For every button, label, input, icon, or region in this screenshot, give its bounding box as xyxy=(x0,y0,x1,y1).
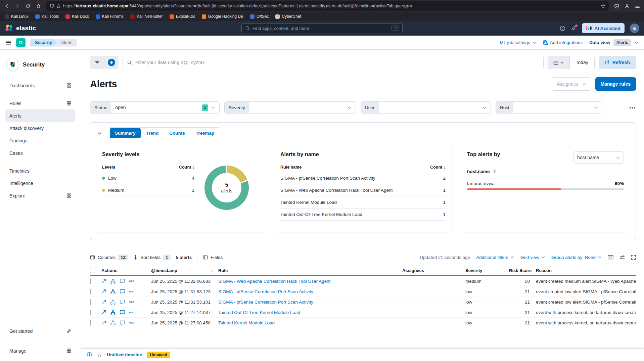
alert-rule-link[interactable]: SIGMA - Web Apache Correlation Hack Tool… xyxy=(218,279,402,284)
sidebar-item-alerts[interactable]: Alerts xyxy=(5,109,75,122)
expand-alert-icon[interactable] xyxy=(101,279,106,283)
select-all-checkbox[interactable] xyxy=(90,268,95,273)
ml-job-settings-button[interactable]: ML job settings xyxy=(500,40,536,45)
row-checkbox[interactable] xyxy=(90,289,91,295)
sidebar-item-get-started[interactable]: Get started xyxy=(5,325,75,337)
fields-button[interactable]: Fields xyxy=(203,255,223,260)
back-icon[interactable] xyxy=(4,3,9,9)
sidebar-item-rules[interactable]: Rules xyxy=(5,97,75,109)
severity-row-medium[interactable]: Medium 1 xyxy=(102,184,194,196)
count-column-header[interactable]: Count ↓ xyxy=(430,165,446,170)
alert-reason[interactable]: event created medium alert SIGMA - Web A… xyxy=(536,279,636,284)
space-badge[interactable]: D xyxy=(16,38,26,47)
manage-rules-button[interactable]: Manage rules xyxy=(595,77,636,91)
row-checkbox[interactable] xyxy=(90,278,91,284)
more-actions-icon[interactable] xyxy=(129,312,134,313)
bookmark-cyberchef[interactable]: CyberChef xyxy=(275,14,301,19)
nav-menu-icon[interactable] xyxy=(5,40,11,46)
host-filter[interactable]: Host xyxy=(496,101,602,114)
more-actions-icon[interactable] xyxy=(129,280,134,282)
session-view-icon[interactable] xyxy=(120,279,125,283)
saved-queries-icon[interactable] xyxy=(90,56,104,69)
analyzer-icon[interactable] xyxy=(110,300,116,305)
alerts-by-name-row[interactable]: Tainted Kernel Module Load1 xyxy=(280,196,446,209)
row-checkbox[interactable] xyxy=(90,310,91,315)
bookmark-exploit-db[interactable]: Exploit-DB xyxy=(170,14,195,19)
date-quick-select[interactable] xyxy=(548,56,569,69)
assignees-column-header[interactable]: Assignees xyxy=(402,266,465,275)
bookmark-kali-docs[interactable]: Kali Docs xyxy=(65,14,89,19)
sidebar-item-manage[interactable]: Manage xyxy=(5,345,75,357)
grid-view-button[interactable]: Grid view xyxy=(520,255,545,260)
status-filter[interactable]: Status open 1 xyxy=(90,101,220,114)
rule-column-header[interactable]: Rule xyxy=(218,266,402,275)
severity-donut-chart[interactable]: 5 alerts xyxy=(204,166,249,210)
home-icon[interactable] xyxy=(36,4,41,9)
timeline-title-link[interactable]: Untitled timeline xyxy=(107,352,142,357)
session-view-icon[interactable] xyxy=(120,300,125,304)
sidebar-item-explore[interactable]: Explore xyxy=(5,189,75,202)
analyzer-icon[interactable] xyxy=(110,279,116,284)
tab-trend[interactable]: Trend xyxy=(141,128,164,138)
user-filter[interactable]: User xyxy=(361,101,491,114)
add-integrations-button[interactable]: Add integrations xyxy=(543,40,583,45)
bookmark-kali-forums[interactable]: Kali Forums xyxy=(96,14,124,19)
reload-icon[interactable] xyxy=(26,4,31,9)
breadcrumb-security[interactable]: Security xyxy=(30,39,57,47)
newsfeed-icon[interactable] xyxy=(571,26,577,31)
sidebar-item-cases[interactable]: Cases xyxy=(5,147,75,159)
menu-icon[interactable] xyxy=(635,4,640,9)
alert-reason[interactable]: event with process kernel, on tartarus-d… xyxy=(536,320,636,325)
expand-alert-icon[interactable] xyxy=(101,310,106,315)
lock-icon[interactable] xyxy=(57,4,60,8)
alerts-by-name-row[interactable]: Tainted Out-Of-Tree Kernel Module Load1 xyxy=(280,209,446,221)
keyboard-shortcuts-icon[interactable] xyxy=(608,255,613,260)
levels-column-header[interactable]: Levels xyxy=(102,165,115,170)
more-actions-icon[interactable] xyxy=(129,291,134,292)
top-alerts-field-select[interactable]: host.name xyxy=(573,151,624,164)
columns-button[interactable]: Columns 12 xyxy=(90,255,128,260)
elastic-logo[interactable]: elastic xyxy=(5,24,105,33)
collapse-chevron-icon[interactable] xyxy=(96,131,103,136)
alert-rule-link[interactable]: Tainted Out-Of-Tree Kernel Module Load xyxy=(218,310,402,315)
sidebar-item-intelligence[interactable]: Intelligence xyxy=(5,177,75,189)
tracking-shield-icon[interactable] xyxy=(50,4,54,8)
bookmark-star-icon[interactable] xyxy=(601,4,605,8)
top-alerts-row[interactable]: tartarus-dvwa 60% xyxy=(467,181,624,186)
filter-options-icon[interactable]: ••• xyxy=(629,105,636,110)
bookmark-offsec[interactable]: OffSec xyxy=(250,14,269,19)
tab-counts[interactable]: Counts xyxy=(164,128,190,138)
additional-filters-button[interactable]: Additional filters xyxy=(476,255,514,260)
severity-row-low[interactable]: Low 4 xyxy=(102,172,194,184)
date-range-value[interactable]: Today xyxy=(569,56,594,69)
help-icon[interactable]: ? xyxy=(560,26,565,31)
alert-rule-link[interactable]: SIGMA - pfSense Correlation Port Scan Ac… xyxy=(218,289,402,294)
account-icon[interactable] xyxy=(625,4,630,9)
kql-search-input[interactable]: Filter your data using KQL syntax xyxy=(123,56,544,69)
sidebar-item-timelines[interactable]: Timelines xyxy=(5,165,75,177)
alert-rule-link[interactable]: Tainted Kernel Module Load xyxy=(218,320,402,325)
ai-assistant-button[interactable]: AI Assistant xyxy=(582,23,625,33)
count-column-header[interactable]: Count ↓ xyxy=(179,165,194,170)
sidebar-item-attack-discovery[interactable]: Attack discovery xyxy=(5,122,75,134)
more-actions-icon[interactable] xyxy=(129,301,134,303)
group-alerts-by-button[interactable]: Group alerts by: None xyxy=(551,255,602,260)
alerts-by-name-row[interactable]: SIGMA - pfSense Correlation Port Scan Ac… xyxy=(280,172,446,184)
risk-score-column-header[interactable]: Risk Score xyxy=(509,266,536,275)
info-icon[interactable] xyxy=(492,169,497,174)
bookmark-google-hacking-db[interactable]: Google Hacking DB xyxy=(202,14,243,19)
alert-reason[interactable]: event with process kernel, on tartarus-d… xyxy=(536,310,636,315)
session-view-icon[interactable] xyxy=(120,310,125,315)
refresh-button[interactable]: Refresh xyxy=(599,56,636,69)
sidebar-item-findings[interactable]: Findings xyxy=(5,134,75,147)
severity-filter[interactable]: Severity xyxy=(224,101,356,114)
more-actions-icon[interactable] xyxy=(129,322,134,324)
tab-summary[interactable]: Summary xyxy=(110,128,141,138)
add-filter-button[interactable]: + xyxy=(104,56,119,69)
reason-column-header[interactable]: Reason xyxy=(536,266,636,275)
expand-alert-icon[interactable] xyxy=(101,320,106,325)
expand-alert-icon[interactable] xyxy=(101,289,106,294)
alerts-by-name-row[interactable]: SIGMA - Web Apache Correlation Hack Tool… xyxy=(280,184,446,196)
severity-column-header[interactable]: Severity xyxy=(465,266,509,275)
analyzer-icon[interactable] xyxy=(110,320,116,325)
